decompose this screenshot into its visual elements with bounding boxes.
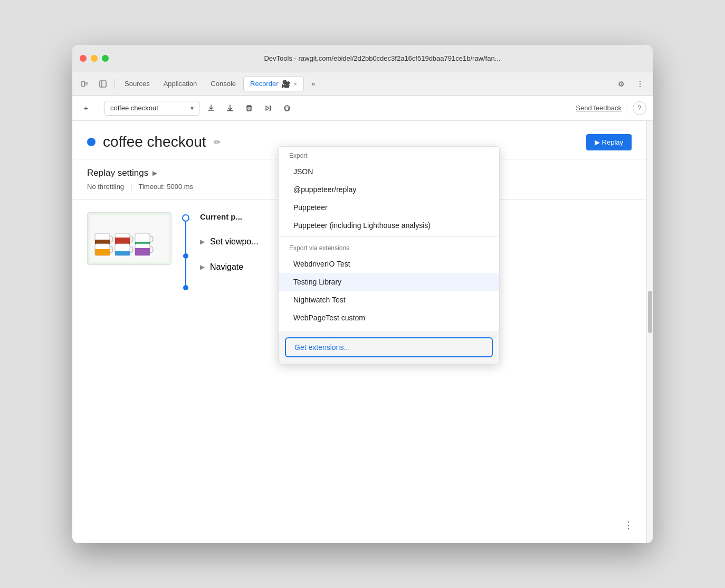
- timeline-line-2: [185, 259, 186, 285]
- maximize-button[interactable]: [102, 55, 109, 62]
- export-json-item[interactable]: JSON: [279, 163, 499, 181]
- recorder-panel: coffee checkout ✏ ▶ Replay Replay settin…: [72, 121, 646, 543]
- minimize-button[interactable]: [91, 55, 98, 62]
- back-icon[interactable]: [77, 77, 93, 91]
- tab-divider-1: [115, 79, 115, 89]
- set-viewport-label: Set viewpo...: [210, 237, 259, 246]
- svg-rect-20: [135, 248, 150, 255]
- recording-select[interactable]: coffee checkout ▾: [104, 101, 199, 116]
- titlebar: DevTools - rawgit.com/ebidel/2d2bb0cdec3…: [72, 45, 653, 72]
- step-expand-icon[interactable]: ▶: [200, 238, 205, 245]
- export-testing-library-item[interactable]: Testing Library: [279, 273, 499, 291]
- toolbar-divider-1: [99, 103, 99, 113]
- settings-icon[interactable]: ⚙: [613, 77, 629, 91]
- close-button[interactable]: [80, 55, 87, 62]
- expand-arrow-icon: ▶: [152, 169, 157, 177]
- edit-title-icon[interactable]: ✏: [214, 137, 221, 147]
- timeline-dot-1: [183, 253, 188, 259]
- svg-rect-1: [100, 81, 106, 87]
- step-timeline: [182, 212, 189, 290]
- export-webpagetest-item[interactable]: WebPageTest custom: [279, 309, 499, 327]
- help-button[interactable]: ?: [633, 101, 646, 115]
- navigate-label: Navigate: [210, 262, 243, 272]
- window-title: DevTools - rawgit.com/ebidel/2d2bb0cdec3…: [119, 54, 645, 62]
- svg-rect-2: [227, 110, 233, 111]
- devtools-window: DevTools - rawgit.com/ebidel/2d2bb0cdec3…: [72, 45, 653, 543]
- timeline-line-1: [185, 222, 186, 253]
- tabbar: Sources Application Console Recorder 🎥 ×…: [72, 72, 653, 96]
- export-via-extensions-label: Export via extensions: [279, 239, 499, 255]
- tab-sources[interactable]: Sources: [118, 77, 156, 91]
- tab-recorder[interactable]: Recorder 🎥 ×: [243, 77, 304, 91]
- timeline-circle-top: [182, 214, 189, 222]
- tab-more[interactable]: »: [305, 77, 321, 91]
- send-feedback-link[interactable]: Send feedback: [576, 104, 622, 112]
- dropdown-spacer: [279, 327, 499, 331]
- dropdown-divider-1: [279, 236, 499, 237]
- tab-close-icon[interactable]: ×: [293, 81, 297, 87]
- tab-console[interactable]: Console: [204, 77, 242, 91]
- export-section-label: Export: [279, 147, 499, 163]
- recording-title: coffee checkout: [103, 134, 206, 150]
- export-webdriverio-item[interactable]: WebdriverIO Test: [279, 255, 499, 273]
- delete-button[interactable]: [242, 101, 256, 116]
- export-nightwatch-item[interactable]: Nightwatch Test: [279, 291, 499, 309]
- traffic-lights: [80, 55, 109, 62]
- panel-icon[interactable]: [94, 77, 111, 91]
- tab-right-icons: ⚙ ⋮: [613, 77, 648, 91]
- get-extensions-item[interactable]: Get extensions...: [285, 337, 493, 357]
- navigate-expand-icon[interactable]: ▶: [200, 263, 205, 271]
- chevron-down-icon: ▾: [190, 105, 194, 112]
- svg-rect-16: [95, 249, 110, 255]
- three-dots-button[interactable]: ⋮: [621, 518, 636, 533]
- export-dropdown: Export JSON @puppeteer/replay Puppeteer …: [278, 146, 500, 364]
- export-puppeteer-lighthouse-item[interactable]: Puppeteer (including Lighthouse analysis…: [279, 216, 499, 234]
- export-button[interactable]: [204, 101, 218, 116]
- record-button[interactable]: [280, 101, 294, 116]
- scrollbar[interactable]: [646, 121, 653, 543]
- export-puppeteer-item[interactable]: Puppeteer: [279, 198, 499, 216]
- download-button[interactable]: [223, 101, 237, 116]
- toolbar-divider-2: [627, 103, 627, 113]
- svg-rect-18: [115, 251, 130, 255]
- svg-rect-3: [247, 107, 251, 111]
- main-content: coffee checkout ✏ ▶ Replay Replay settin…: [72, 121, 653, 543]
- step-thumbnail-image: [87, 212, 171, 265]
- tab-application[interactable]: Application: [157, 77, 204, 91]
- more-icon[interactable]: ⋮: [632, 77, 648, 91]
- add-recording-button[interactable]: +: [79, 101, 93, 116]
- export-puppeteer-replay-item[interactable]: @puppeteer/replay: [279, 181, 499, 198]
- svg-rect-0: [82, 81, 84, 87]
- scrollbar-thumb[interactable]: [648, 291, 652, 333]
- timeline-dot-2: [183, 285, 188, 290]
- step-play-button[interactable]: [261, 101, 275, 116]
- recorder-toolbar: + coffee checkout ▾: [72, 96, 653, 121]
- recording-status-dot: [87, 138, 96, 146]
- replay-button[interactable]: ▶ Replay: [586, 134, 632, 150]
